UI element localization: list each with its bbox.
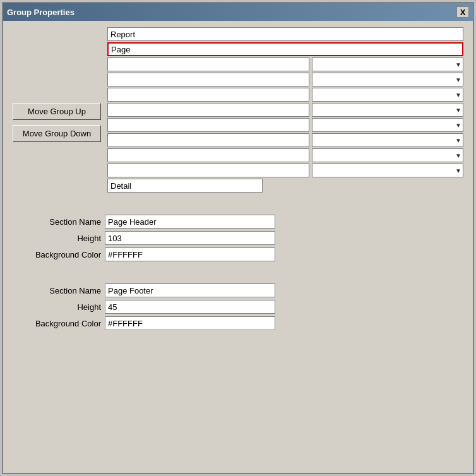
list-item bbox=[107, 27, 463, 41]
bg-color-input-1[interactable] bbox=[105, 247, 275, 261]
list-input-1[interactable] bbox=[107, 57, 309, 71]
spacer-1 bbox=[13, 193, 463, 205]
list-item: ▼ bbox=[107, 103, 463, 117]
list-input-detail[interactable] bbox=[107, 179, 263, 193]
list-dropdown-5[interactable]: ▼ bbox=[312, 118, 463, 132]
list-input-7[interactable] bbox=[107, 148, 309, 162]
section2-properties: Section Name Height Background Color bbox=[13, 283, 463, 330]
chevron-down-icon: ▼ bbox=[455, 107, 461, 114]
list-item: ▼ bbox=[107, 57, 463, 71]
list-item: ▼ bbox=[107, 164, 463, 177]
move-group-up-button[interactable]: Move Group Up bbox=[13, 103, 101, 120]
bg-color-label-2: Background Color bbox=[13, 319, 101, 328]
list-dropdown-6[interactable]: ▼ bbox=[312, 133, 463, 147]
height-label-2: Height bbox=[13, 302, 101, 312]
list-input-4[interactable] bbox=[107, 103, 309, 117]
height-row-1: Height bbox=[13, 231, 463, 245]
height-input-1[interactable] bbox=[105, 231, 275, 245]
list-dropdown-1[interactable]: ▼ bbox=[312, 57, 463, 71]
chevron-down-icon: ▼ bbox=[455, 167, 461, 174]
bg-color-row-1: Background Color bbox=[13, 247, 463, 261]
list-input-report[interactable] bbox=[107, 27, 463, 41]
section-name-label-1: Section Name bbox=[13, 217, 101, 227]
section-name-row-1: Section Name bbox=[13, 215, 463, 229]
move-group-down-button[interactable]: Move Group Down bbox=[13, 125, 101, 142]
list-dropdown-3[interactable]: ▼ bbox=[312, 88, 463, 102]
list-section: ▼ ▼ ▼ ▼ ▼ bbox=[107, 27, 463, 193]
height-row-2: Height bbox=[13, 300, 463, 314]
left-buttons: Move Group Up Move Group Down bbox=[13, 27, 101, 193]
bg-color-input-2[interactable] bbox=[105, 316, 275, 330]
list-item: ▼ bbox=[107, 148, 463, 162]
chevron-down-icon: ▼ bbox=[455, 122, 461, 129]
bg-color-row-2: Background Color bbox=[13, 316, 463, 330]
list-input-5[interactable] bbox=[107, 118, 309, 132]
list-dropdown-8[interactable]: ▼ bbox=[312, 164, 463, 177]
section-name-input-2[interactable] bbox=[105, 283, 275, 297]
chevron-down-icon: ▼ bbox=[455, 152, 461, 159]
height-input-2[interactable] bbox=[105, 300, 275, 314]
section-name-label-2: Section Name bbox=[13, 286, 101, 295]
list-item bbox=[107, 42, 463, 56]
list-item: ▼ bbox=[107, 133, 463, 147]
title-bar: Group Properties X bbox=[3, 3, 473, 21]
close-button[interactable]: X bbox=[456, 6, 469, 18]
list-input-2[interactable] bbox=[107, 73, 309, 86]
section-name-row-2: Section Name bbox=[13, 283, 463, 297]
chevron-down-icon: ▼ bbox=[455, 92, 461, 98]
list-dropdown-2[interactable]: ▼ bbox=[312, 73, 463, 86]
group-properties-dialog: Group Properties X Move Group Up Move Gr… bbox=[2, 2, 474, 474]
list-item bbox=[107, 179, 463, 193]
section-divider bbox=[13, 261, 463, 274]
height-label-1: Height bbox=[13, 234, 101, 243]
list-input-page[interactable] bbox=[107, 42, 463, 56]
chevron-down-icon: ▼ bbox=[455, 137, 461, 144]
dialog-body: Move Group Up Move Group Down ▼ bbox=[3, 21, 473, 473]
list-input-3[interactable] bbox=[107, 88, 309, 102]
dialog-title: Group Properties bbox=[7, 8, 74, 17]
list-item: ▼ bbox=[107, 88, 463, 102]
list-input-6[interactable] bbox=[107, 133, 309, 147]
section1-properties: Section Name Height Background Color bbox=[13, 215, 463, 261]
chevron-down-icon: ▼ bbox=[455, 76, 461, 83]
top-section: Move Group Up Move Group Down ▼ bbox=[13, 27, 463, 193]
bg-color-label-1: Background Color bbox=[13, 250, 101, 259]
chevron-down-icon: ▼ bbox=[455, 61, 461, 68]
section-name-input-1[interactable] bbox=[105, 215, 275, 229]
list-item: ▼ bbox=[107, 73, 463, 86]
list-dropdown-4[interactable]: ▼ bbox=[312, 103, 463, 117]
list-dropdown-7[interactable]: ▼ bbox=[312, 148, 463, 162]
list-item: ▼ bbox=[107, 118, 463, 132]
list-input-8[interactable] bbox=[107, 164, 309, 177]
